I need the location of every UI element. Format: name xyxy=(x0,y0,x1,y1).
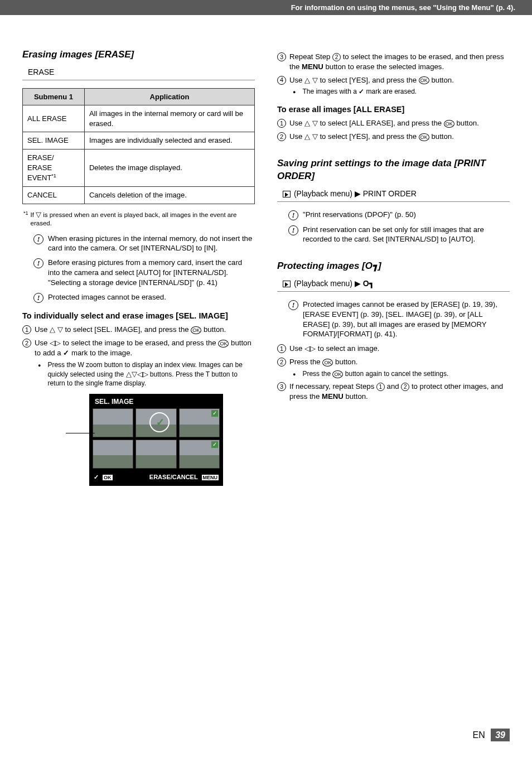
sub-bullet: Press the W zoom button to display an in… xyxy=(38,360,255,388)
lcd-cancel-label: ERASE/CANCEL MENU xyxy=(149,473,219,481)
bullet-text: Press the OK button again to cancel the … xyxy=(302,369,448,378)
left-column: Erasing images [ERASE] ERASE Submenu 1 A… xyxy=(22,49,255,486)
print-order-title: Saving print settings to the image data … xyxy=(277,157,510,183)
footnote: *1 If is pressed when an event is played… xyxy=(23,210,255,228)
step-text: Use to select [SEL. IMAGE], and press th… xyxy=(35,325,255,335)
th-submenu: Submenu 1 xyxy=(23,88,85,105)
caution-icon: ! xyxy=(288,225,298,235)
caution-icon: ! xyxy=(33,234,43,244)
page-number: 39 xyxy=(491,729,510,741)
caution-icon: ! xyxy=(288,300,298,310)
step-number-icon: 1 xyxy=(277,119,286,128)
bullet-icon xyxy=(293,369,299,378)
page-footer: EN 39 xyxy=(473,730,510,740)
step-number-icon: 3 xyxy=(277,52,286,61)
check-icon: ✓ xyxy=(211,410,218,417)
thumbnail xyxy=(93,408,133,437)
step-text: Repeat Step 2 to select the images to be… xyxy=(289,52,510,72)
step-1: 1 Use to select [SEL. IMAGE], and press … xyxy=(22,325,255,335)
protect-step-3: 3 If necessary, repeat Steps 1 and 2 to … xyxy=(277,382,510,402)
step-number-icon: 2 xyxy=(22,339,31,348)
note-item: ! Print reservation can be set only for … xyxy=(288,225,510,245)
step-text: Use to select the image to be erased, an… xyxy=(35,338,255,358)
all-erase-heading: To erase all images [ALL ERASE] xyxy=(277,104,510,115)
step-3: 3 Repeat Step 2 to select the images to … xyxy=(277,52,510,72)
step-text: If necessary, repeat Steps 1 and 2 to pr… xyxy=(289,382,510,402)
note-item: ! When erasing pictures in the internal … xyxy=(33,234,255,254)
right-column: 3 Repeat Step 2 to select the images to … xyxy=(277,49,510,486)
header-bar: For information on using the menus, see … xyxy=(0,0,532,15)
step-number-icon: 4 xyxy=(277,76,286,85)
lcd-ok-label: ✓ OK xyxy=(94,473,113,481)
table-row: SEL. IMAGE Images are individually selec… xyxy=(23,132,255,150)
table-row: ERASE/ERASE EVENT*1 Deletes the image di… xyxy=(23,150,255,187)
lcd-preview: SEL. IMAGE ✓ ✓ ✓ OK ERASE/CANCEL MENU ma… xyxy=(89,394,223,486)
check-icon: ✓ xyxy=(211,441,218,448)
thumbnail: ✓ xyxy=(179,440,220,469)
sub-bullet: Press the OK button again to cancel the … xyxy=(293,369,510,378)
all-erase-step-1: 1 Use to select [ALL ERASE], and press t… xyxy=(277,118,510,128)
callout-line xyxy=(66,433,95,433)
thumbnail-selected xyxy=(136,408,176,437)
bullet-icon xyxy=(293,87,299,96)
sel-image-heading: To individually select and erase images … xyxy=(22,311,255,322)
note-item: ! Protected images cannot be erased. xyxy=(33,292,255,303)
table-row: ALL ERASE All images in the internal mem… xyxy=(23,105,255,132)
step-number-icon: 1 xyxy=(22,325,31,334)
caution-icon: ! xyxy=(33,293,43,303)
table-row: CANCEL Cancels deletion of the image. xyxy=(23,186,255,204)
step-text: Press the OK button. xyxy=(289,357,510,367)
thumbnail xyxy=(93,440,133,469)
print-order-path: (Playback menu) ▶ PRINT ORDER xyxy=(277,187,510,202)
bullet-icon xyxy=(38,360,44,388)
mark-callout-label: mark xyxy=(37,428,61,438)
erase-options-table: Submenu 1 Application ALL ERASE All imag… xyxy=(22,88,255,204)
step-number-icon: 2 xyxy=(277,132,286,141)
protect-icon: O┓ xyxy=(363,279,374,288)
protect-step-2: 2 Press the OK button. xyxy=(277,357,510,367)
protect-step-1: 1 Use to select an image. xyxy=(277,344,510,354)
erase-section-title: Erasing images [ERASE] xyxy=(22,49,255,61)
sub-bullet: The images with a mark are erased. xyxy=(293,87,510,96)
th-application: Application xyxy=(84,88,254,105)
step-text: Use to select [ALL ERASE], and press the… xyxy=(289,118,510,128)
note-item: ! "Print reservations (DPOF)" (p. 50) xyxy=(288,210,510,220)
step-text: Use to select [YES], and press the OK bu… xyxy=(289,132,510,142)
step-2: 2 Use to select the image to be erased, … xyxy=(22,338,255,358)
protect-path: (Playback menu) ▶ O┓ xyxy=(277,277,510,292)
protect-title: Protecting images [O┓] xyxy=(277,260,510,273)
step-number-icon: 1 xyxy=(277,344,286,353)
step-text: Use to select an image. xyxy=(289,344,510,354)
bullet-text: Press the W zoom button to display an in… xyxy=(47,360,255,388)
caution-icon: ! xyxy=(288,210,298,220)
lcd-title: SEL. IMAGE xyxy=(93,397,220,406)
selection-ring-icon xyxy=(149,412,170,432)
playback-icon xyxy=(283,191,291,197)
caution-icon: ! xyxy=(33,258,43,268)
step-number-icon: 2 xyxy=(277,358,286,367)
playback-icon xyxy=(283,281,291,287)
step-number-icon: 3 xyxy=(277,382,286,391)
thumbnail: ✓ xyxy=(179,408,220,437)
footnote-text: If is pressed when an event is played ba… xyxy=(31,210,255,228)
protect-icon: O┓ xyxy=(365,261,378,271)
lang-label: EN xyxy=(473,730,485,740)
bullet-text: The images with a mark are erased. xyxy=(302,87,417,96)
all-erase-step-2: 2 Use to select [YES], and press the OK … xyxy=(277,132,510,142)
note-item: ! Before erasing pictures from a memory … xyxy=(33,258,255,287)
step-text: Use to select [YES], and press the OK bu… xyxy=(289,75,510,85)
page-content: Erasing images [ERASE] ERASE Submenu 1 A… xyxy=(0,15,532,486)
thumbnail xyxy=(136,440,176,469)
erase-menu-path: ERASE xyxy=(22,66,255,80)
note-item: ! Protected images cannot be erased by [… xyxy=(288,300,510,339)
step-4: 4 Use to select [YES], and press the OK … xyxy=(277,75,510,85)
